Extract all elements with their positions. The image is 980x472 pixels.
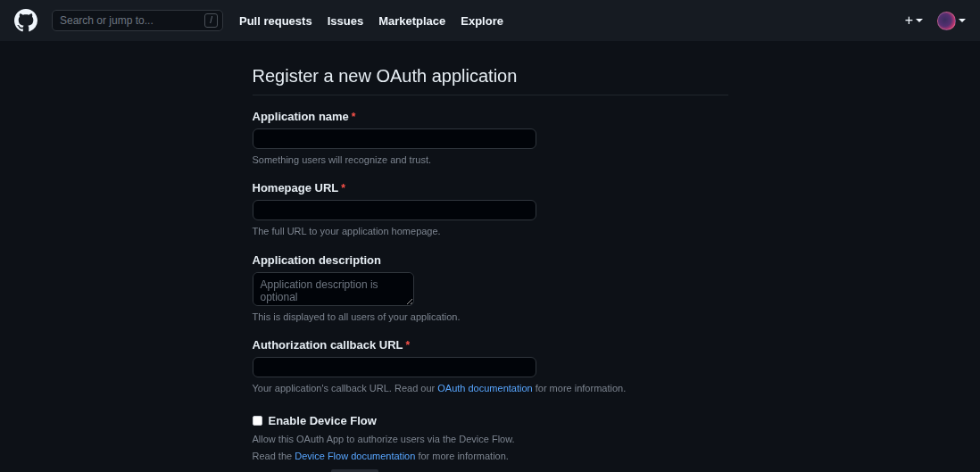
page-title: Register a new OAuth application xyxy=(253,66,728,95)
application-description-group: Application description This is displaye… xyxy=(253,253,728,324)
callback-url-input[interactable] xyxy=(253,357,536,377)
device-flow-help-line1: Allow this OAuth App to authorize users … xyxy=(253,433,728,446)
application-name-label: Application name* xyxy=(253,110,728,123)
enable-device-flow-label[interactable]: Enable Device Flow xyxy=(269,414,377,427)
header-right: + xyxy=(905,12,966,30)
oauth-documentation-link[interactable]: OAuth documentation xyxy=(437,383,532,393)
required-asterisk: * xyxy=(406,339,411,352)
enable-device-flow-row: Enable Device Flow xyxy=(253,414,728,427)
search-input[interactable] xyxy=(60,14,204,27)
homepage-url-group: Homepage URL* The full URL to your appli… xyxy=(253,181,728,238)
homepage-url-label: Homepage URL* xyxy=(253,181,728,195)
help-text-part: for more information. xyxy=(415,451,509,461)
application-name-group: Application name* Something users will r… xyxy=(253,110,728,167)
application-name-help: Something users will recognize and trust… xyxy=(253,153,728,167)
help-text-part: Read the xyxy=(253,451,295,461)
application-description-help: This is displayed to all users of your a… xyxy=(253,311,728,324)
main-content: Register a new OAuth application Applica… xyxy=(253,41,728,472)
callback-url-group: Authorization callback URL* Your applica… xyxy=(253,338,728,395)
nav-explore[interactable]: Explore xyxy=(461,14,503,28)
nav-pull-requests[interactable]: Pull requests xyxy=(239,14,312,28)
search-shortcut-hint: / xyxy=(204,13,218,28)
homepage-url-help: The full URL to your application homepag… xyxy=(253,225,728,238)
plus-icon: + xyxy=(905,13,913,28)
chevron-down-icon xyxy=(916,19,923,22)
device-flow-documentation-link[interactable]: Device Flow documentation xyxy=(295,451,415,461)
enable-device-flow-checkbox[interactable] xyxy=(253,416,262,426)
callback-url-label: Authorization callback URL* xyxy=(253,338,728,352)
label-text: Authorization callback URL xyxy=(253,338,403,352)
label-text: Application name xyxy=(253,110,349,123)
github-logo-icon[interactable] xyxy=(14,9,37,32)
callback-url-help: Your application's callback URL. Read ou… xyxy=(253,382,728,395)
help-text-part: Your application's callback URL. Read ou… xyxy=(253,383,438,393)
application-description-textarea[interactable] xyxy=(253,272,414,306)
homepage-url-input[interactable] xyxy=(253,200,536,220)
avatar xyxy=(937,12,956,30)
label-text: Homepage URL xyxy=(253,181,339,195)
application-description-label: Application description xyxy=(253,253,728,267)
search-box[interactable]: / xyxy=(52,10,223,31)
required-asterisk: * xyxy=(341,182,345,195)
top-nav: Pull requests Issues Marketplace Explore xyxy=(239,14,503,28)
help-text-part: for more information. xyxy=(533,383,627,393)
nav-marketplace[interactable]: Marketplace xyxy=(378,14,445,28)
application-name-input[interactable] xyxy=(253,128,536,149)
device-flow-help: Allow this OAuth App to authorize users … xyxy=(253,433,728,464)
nav-issues[interactable]: Issues xyxy=(328,14,363,28)
chevron-down-icon xyxy=(959,19,966,22)
user-menu[interactable] xyxy=(937,12,966,30)
device-flow-help-line2: Read the Device Flow documentation for m… xyxy=(253,450,728,463)
create-new-menu[interactable]: + xyxy=(905,13,923,28)
header: / Pull requests Issues Marketplace Explo… xyxy=(0,0,980,41)
required-asterisk: * xyxy=(352,111,356,123)
